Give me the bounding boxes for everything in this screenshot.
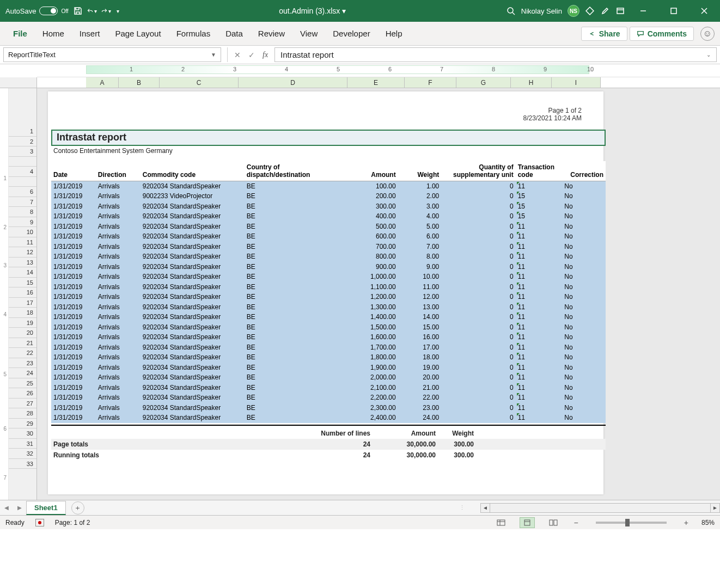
report-title-cell[interactable]: Intrastat report [51, 130, 606, 146]
row-header[interactable]: 25 [9, 378, 36, 389]
fx-icon[interactable]: fx [263, 51, 268, 59]
row-header[interactable]: 23 [9, 358, 36, 369]
brush-icon[interactable] [600, 6, 610, 16]
row-header[interactable]: 18 [9, 308, 36, 318]
table-row[interactable]: 1/31/2019Arrivals9202034 StandardSpeaker… [51, 272, 606, 282]
column-header-A[interactable]: A [86, 77, 119, 88]
row-header[interactable]: 20 [9, 328, 36, 338]
ribbon-tab-formulas[interactable]: Formulas [169, 23, 218, 44]
row-header[interactable]: 1 [9, 126, 36, 137]
table-row[interactable]: 1/31/2019Arrivals9202034 StandardSpeaker… [51, 231, 606, 242]
ribbon-tab-page-layout[interactable]: Page Layout [107, 23, 168, 44]
row-header[interactable]: 9 [9, 217, 36, 228]
row-header[interactable]: 17 [9, 298, 36, 308]
row-header[interactable]: 2 [9, 137, 36, 147]
sheet-nav-next[interactable]: ► [13, 504, 26, 512]
minimize-button[interactable] [631, 0, 656, 22]
column-header-G[interactable]: G [456, 77, 511, 88]
row-header[interactable]: 30 [9, 428, 36, 439]
formula-input[interactable]: Intrastat report ⌄ [274, 47, 717, 62]
row-header[interactable]: 13 [9, 258, 36, 268]
zoom-out-button[interactable]: − [572, 518, 581, 527]
row-header[interactable]: 6 [9, 187, 36, 197]
table-row[interactable]: 1/31/2019Arrivals9202034 StandardSpeaker… [51, 302, 606, 313]
col-transaction[interactable]: Transaction code [516, 161, 563, 181]
table-row[interactable]: 1/31/2019Arrivals9202034 StandardSpeaker… [51, 292, 606, 302]
column-header-D[interactable]: D [239, 77, 347, 88]
view-page-break-icon[interactable] [546, 517, 561, 528]
select-all-corner[interactable] [0, 77, 37, 88]
ribbon-tab-insert[interactable]: Insert [72, 23, 108, 44]
diamond-icon[interactable] [585, 6, 595, 16]
row-header[interactable]: 29 [9, 419, 36, 429]
horizontal-ruler[interactable]: 12345678910 [37, 64, 720, 77]
column-header-B[interactable]: B [119, 77, 160, 88]
table-row[interactable]: 1/31/2019Arrivals9202034 StandardSpeaker… [51, 262, 606, 272]
row-header[interactable]: 4 [9, 167, 36, 177]
row-header[interactable]: 3 [9, 146, 36, 157]
add-sheet-button[interactable]: ＋ [71, 501, 84, 514]
col-weight[interactable]: Weight [398, 161, 442, 181]
zoom-level[interactable]: 85% [701, 519, 715, 526]
ribbon-tab-data[interactable]: Data [218, 23, 251, 44]
expand-formula-icon[interactable]: ⌄ [706, 52, 711, 58]
table-row[interactable]: 1/31/2019Arrivals9202034 StandardSpeaker… [51, 393, 606, 403]
row-header[interactable]: 33 [9, 459, 36, 469]
dropdown-icon[interactable]: ▼ [211, 52, 216, 58]
save-icon[interactable] [73, 6, 83, 16]
col-amount[interactable]: Amount [330, 161, 398, 181]
table-row[interactable]: 1/31/2019Arrivals9202034 StandardSpeaker… [51, 413, 606, 423]
col-quantity[interactable]: Quantity of supplementary unit [441, 161, 515, 181]
column-header-H[interactable]: H [511, 77, 552, 88]
row-header[interactable] [9, 177, 36, 187]
table-row[interactable]: 1/31/2019Arrivals9202034 StandardSpeaker… [51, 342, 606, 353]
table-row[interactable]: 1/31/2019Arrivals9202034 StandardSpeaker… [51, 222, 606, 232]
ribbon-tab-review[interactable]: Review [251, 23, 292, 44]
col-correction[interactable]: Correction [562, 161, 606, 181]
col-direction[interactable]: Direction [96, 161, 141, 181]
row-header[interactable]: 19 [9, 318, 36, 328]
ribbon-tab-help[interactable]: Help [378, 23, 410, 44]
user-avatar-icon[interactable]: NS [568, 5, 579, 17]
row-header[interactable]: 8 [9, 207, 36, 217]
search-icon[interactable] [506, 6, 516, 16]
column-header-I[interactable]: I [552, 77, 601, 88]
split-handle-icon[interactable]: ⋮ [459, 504, 465, 511]
macro-record-icon[interactable] [35, 519, 44, 526]
row-header[interactable]: 11 [9, 237, 36, 248]
column-header-F[interactable]: F [405, 77, 456, 88]
col-date[interactable]: Date [51, 161, 96, 181]
vertical-ruler[interactable]: 1 2 3 4 5 6 7 [0, 88, 9, 500]
table-row[interactable]: 1/31/2019Arrivals9202034 StandardSpeaker… [51, 332, 606, 342]
row-header[interactable]: 27 [9, 399, 36, 409]
table-row[interactable]: 1/31/2019Arrivals9202034 StandardSpeaker… [51, 312, 606, 322]
accept-formula-icon[interactable]: ✓ [248, 51, 255, 59]
user-name[interactable]: Nikolay Selin [521, 7, 562, 15]
row-header[interactable]: 31 [9, 439, 36, 449]
view-page-layout-icon[interactable] [520, 517, 535, 528]
redo-icon[interactable]: ▾ [101, 6, 111, 16]
table-row[interactable]: 1/31/2019Arrivals9202034 StandardSpeaker… [51, 403, 606, 413]
sheet-tab[interactable]: Sheet1 [26, 501, 66, 515]
row-header[interactable]: 22 [9, 348, 36, 358]
table-row[interactable]: 1/31/2019Arrivals9202034 StandardSpeaker… [51, 363, 606, 373]
row-header[interactable]: 32 [9, 449, 36, 459]
ribbon-tab-home[interactable]: Home [35, 23, 72, 44]
row-header[interactable]: 21 [9, 338, 36, 348]
scroll-right-icon[interactable]: ► [710, 503, 720, 513]
column-header-E[interactable]: E [347, 77, 405, 88]
table-row[interactable]: 1/31/2019Arrivals9202034 StandardSpeaker… [51, 372, 606, 383]
row-header[interactable]: 24 [9, 368, 36, 378]
name-box[interactable]: ReportTitleText ▼ [3, 47, 221, 62]
ribbon-tab-view[interactable]: View [292, 23, 325, 44]
view-normal-icon[interactable] [493, 517, 509, 528]
close-button[interactable] [692, 0, 717, 22]
table-row[interactable]: 1/31/2019Arrivals9202034 StandardSpeaker… [51, 211, 606, 222]
table-row[interactable]: 1/31/2019Arrivals9002233 VideoProjectorB… [51, 191, 606, 201]
table-row[interactable]: 1/31/2019Arrivals9202034 StandardSpeaker… [51, 252, 606, 262]
scroll-left-icon[interactable]: ◄ [480, 503, 490, 513]
undo-icon[interactable]: ▾ [87, 6, 97, 16]
table-row[interactable]: 1/31/2019Arrivals9202034 StandardSpeaker… [51, 282, 606, 292]
row-header[interactable]: 15 [9, 278, 36, 288]
row-header[interactable]: 14 [9, 267, 36, 278]
